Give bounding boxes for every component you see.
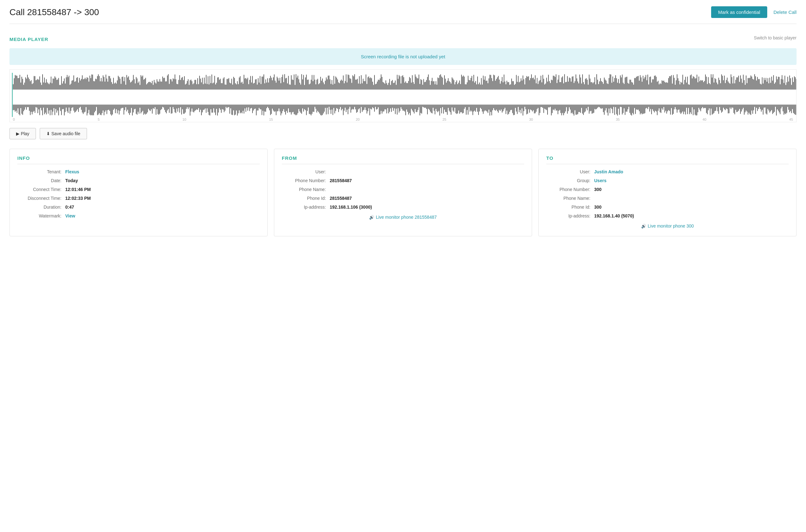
connect-time-value: 12:01:46 PM	[65, 187, 91, 192]
switch-player-link[interactable]: Switch to basic player	[754, 35, 796, 40]
info-row-connect: Connect Time: 12:01:46 PM	[17, 187, 260, 192]
play-button[interactable]: ▶ Play	[10, 128, 36, 139]
to-phone-id-value: 300	[594, 205, 601, 210]
info-panel-title: INFO	[17, 155, 260, 164]
from-phone-id-value: 281558487	[330, 196, 352, 201]
page-header: Call 281558487 -> 300 Mark as confidenti…	[10, 6, 796, 24]
page-title: Call 281558487 -> 300	[10, 7, 99, 17]
to-user-label: User:	[546, 169, 591, 174]
tenant-label: Tenant:	[17, 169, 61, 174]
disconnect-time-value: 12:02:33 PM	[65, 196, 91, 201]
from-monitor-link[interactable]: Live monitor phone 281558487	[282, 215, 524, 220]
to-phone-number-value: 300	[594, 187, 601, 192]
from-ip-value: 192.168.1.106 (3000)	[330, 205, 372, 210]
from-panel: FROM User: Phone Number: 281558487 Phone…	[274, 149, 532, 236]
waveform-timeline: 0 5 10 15 20 25 30 35 40 45	[10, 117, 796, 122]
to-ip-value: 192.168.1.40 (5070)	[594, 213, 634, 218]
media-player-label: MEDIA PLAYER	[10, 37, 48, 42]
waveform-container[interactable]: 0 5 10 15 20 25 30 35 40 45	[10, 69, 796, 122]
to-group-label: Group:	[546, 178, 591, 183]
to-panel-title: TO	[546, 155, 789, 164]
duration-value: 0:47	[65, 205, 74, 210]
date-label: Date:	[17, 178, 61, 183]
to-row-phone-name: Phone Name:	[546, 196, 789, 201]
to-group-value[interactable]: Users	[594, 178, 606, 183]
info-row-duration: Duration: 0:47	[17, 205, 260, 210]
to-row-phone-id: Phone Id: 300	[546, 205, 789, 210]
to-row-group: Group: Users	[546, 178, 789, 183]
to-phone-number-label: Phone Number:	[546, 187, 591, 192]
info-row-watermark: Watermark: View	[17, 213, 260, 218]
duration-label: Duration:	[17, 205, 61, 210]
from-phone-number-label: Phone Number:	[282, 178, 326, 183]
delete-call-button[interactable]: Delete Call	[773, 10, 796, 15]
info-panel: INFO Tenant: Flexus Date: Today Connect …	[10, 149, 268, 236]
disconnect-time-label: Disconnect Time:	[17, 196, 61, 201]
mark-confidential-button[interactable]: Mark as confidential	[711, 6, 767, 18]
from-ip-label: Ip-address:	[282, 205, 326, 210]
to-user-value[interactable]: Justin Amado	[594, 169, 623, 174]
watermark-value[interactable]: View	[65, 213, 75, 218]
from-row-phone-number: Phone Number: 281558487	[282, 178, 524, 183]
from-row-ip: Ip-address: 192.168.1.106 (3000)	[282, 205, 524, 210]
info-row-date: Date: Today	[17, 178, 260, 183]
from-panel-title: FROM	[282, 155, 524, 164]
connect-time-label: Connect Time:	[17, 187, 61, 192]
to-row-user: User: Justin Amado	[546, 169, 789, 174]
from-row-user: User:	[282, 169, 524, 174]
to-ip-label: Ip-address:	[546, 213, 591, 218]
info-row-tenant: Tenant: Flexus	[17, 169, 260, 174]
recording-notice: Screen recording file is not uploaded ye…	[10, 48, 796, 65]
from-user-label: User:	[282, 169, 326, 174]
from-row-phone-id: Phone Id: 281558487	[282, 196, 524, 201]
to-phone-name-label: Phone Name:	[546, 196, 591, 201]
info-panels: INFO Tenant: Flexus Date: Today Connect …	[10, 149, 796, 236]
to-monitor-link[interactable]: Live monitor phone 300	[546, 224, 789, 228]
from-phone-name-label: Phone Name:	[282, 187, 326, 192]
header-buttons: Mark as confidential Delete Call	[711, 6, 796, 18]
watermark-label: Watermark:	[17, 213, 61, 218]
save-audio-button[interactable]: ⬇ Save audio file	[40, 128, 87, 139]
tenant-value[interactable]: Flexus	[65, 169, 79, 174]
info-row-disconnect: Disconnect Time: 12:02:33 PM	[17, 196, 260, 201]
date-value: Today	[65, 178, 78, 183]
from-phone-id-label: Phone Id:	[282, 196, 326, 201]
to-phone-id-label: Phone Id:	[546, 205, 591, 210]
from-phone-number-value: 281558487	[330, 178, 352, 183]
to-row-phone-number: Phone Number: 300	[546, 187, 789, 192]
player-controls: ▶ Play ⬇ Save audio file	[10, 128, 796, 139]
waveform-canvas[interactable]	[10, 73, 796, 117]
to-row-ip: Ip-address: 192.168.1.40 (5070)	[546, 213, 789, 218]
from-row-phone-name: Phone Name:	[282, 187, 524, 192]
to-panel: TO User: Justin Amado Group: Users Phone…	[538, 149, 796, 236]
media-player-header: MEDIA PLAYER Switch to basic player	[10, 30, 796, 45]
